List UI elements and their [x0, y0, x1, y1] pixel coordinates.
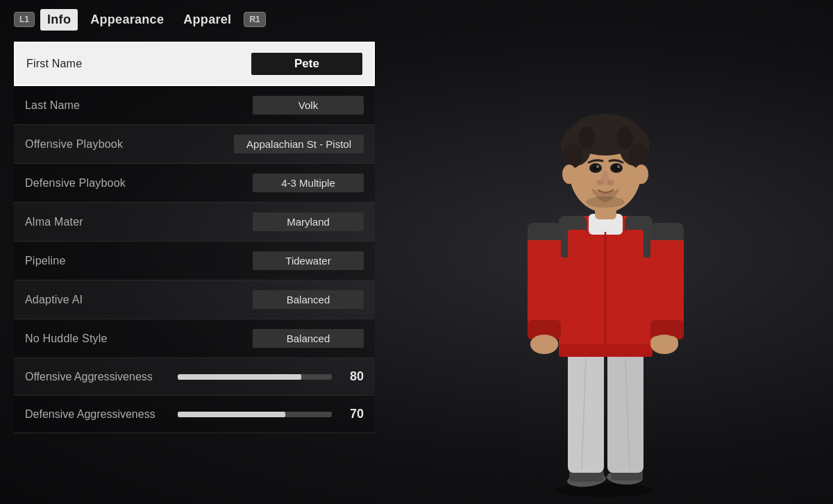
svg-rect-27 — [650, 240, 684, 254]
svg-point-51 — [586, 196, 625, 208]
svg-point-39 — [563, 143, 582, 168]
svg-point-49 — [596, 180, 603, 185]
svg-point-30 — [650, 335, 678, 354]
first-name-value[interactable]: Pete — [251, 53, 362, 75]
svg-rect-21 — [528, 240, 561, 254]
svg-rect-18 — [559, 344, 653, 357]
first-name-row[interactable]: First Name Pete — [14, 42, 375, 86]
last-name-label: Last Name — [25, 99, 80, 112]
offensive-playbook-value[interactable]: Appalachian St - Pistol — [234, 135, 364, 153]
offensive-playbook-row[interactable]: Offensive Playbook Appalachian St - Pist… — [14, 125, 375, 164]
last-name-row[interactable]: Last Name Volk — [14, 86, 375, 125]
pipeline-value[interactable]: Tidewater — [253, 251, 364, 270]
top-navigation: L1 Info Appearance Apparel R1 — [0, 0, 833, 39]
last-name-value[interactable]: Volk — [253, 96, 364, 115]
adaptive-ai-row[interactable]: Adaptive AI Balanced — [14, 280, 375, 319]
svg-point-42 — [616, 126, 633, 149]
defensive-playbook-value[interactable]: 4-3 Multiple — [253, 174, 364, 192]
offensive-aggressiveness-track — [178, 374, 332, 380]
defensive-playbook-label: Defensive Playbook — [25, 177, 126, 190]
pipeline-row[interactable]: Pipeline Tidewater — [14, 242, 375, 280]
offensive-aggressiveness-fill — [178, 374, 301, 380]
defensive-aggressiveness-row[interactable]: Defensive Aggressiveness 70 — [14, 396, 375, 433]
defensive-aggressiveness-value: 70 — [342, 407, 364, 421]
defensive-aggressiveness-slider[interactable]: 70 — [178, 407, 364, 421]
svg-point-48 — [617, 165, 620, 168]
offensive-aggressiveness-row[interactable]: Offensive Aggressiveness 80 — [14, 358, 375, 396]
info-form-panel: First Name Pete Last Name Volk Offensive… — [14, 42, 375, 433]
alma-mater-row[interactable]: Alma Mater Maryland — [14, 203, 375, 242]
defensive-playbook-row[interactable]: Defensive Playbook 4-3 Multiple — [14, 164, 375, 203]
offensive-aggressiveness-slider[interactable]: 80 — [178, 369, 364, 384]
svg-point-40 — [629, 143, 648, 168]
adaptive-ai-label: Adaptive AI — [25, 294, 83, 306]
no-huddle-style-label: No Huddle Style — [25, 333, 108, 345]
defensive-aggressiveness-fill — [178, 412, 285, 417]
svg-rect-24 — [530, 337, 558, 350]
character-model-area — [375, 0, 833, 504]
tab-appearance[interactable]: Appearance — [83, 8, 171, 31]
svg-point-53 — [634, 165, 648, 184]
svg-point-41 — [578, 126, 595, 149]
adaptive-ai-value[interactable]: Balanced — [253, 290, 364, 309]
svg-rect-14 — [568, 230, 587, 261]
tab-info[interactable]: Info — [40, 9, 78, 31]
pipeline-label: Pipeline — [25, 255, 66, 267]
no-huddle-style-row[interactable]: No Huddle Style Balanced — [14, 319, 375, 358]
svg-point-0 — [555, 483, 653, 497]
defensive-aggressiveness-track — [178, 412, 332, 417]
svg-point-50 — [607, 180, 614, 185]
defensive-aggressiveness-label: Defensive Aggressiveness — [25, 408, 178, 421]
offensive-aggressiveness-label: Offensive Aggressiveness — [25, 371, 178, 383]
svg-point-52 — [562, 165, 576, 184]
svg-point-47 — [596, 165, 599, 168]
svg-rect-15 — [625, 230, 643, 261]
alma-mater-label: Alma Mater — [25, 216, 83, 228]
offensive-playbook-label: Offensive Playbook — [25, 138, 123, 151]
alma-mater-value[interactable]: Maryland — [253, 212, 364, 231]
tab-apparel[interactable]: Apparel — [176, 8, 238, 31]
left-trigger-badge: L1 — [14, 12, 35, 27]
first-name-label: First Name — [26, 58, 82, 70]
offensive-aggressiveness-value: 80 — [342, 369, 364, 384]
right-trigger-badge: R1 — [244, 12, 265, 27]
character-model — [486, 81, 722, 497]
no-huddle-style-value[interactable]: Balanced — [253, 329, 364, 348]
